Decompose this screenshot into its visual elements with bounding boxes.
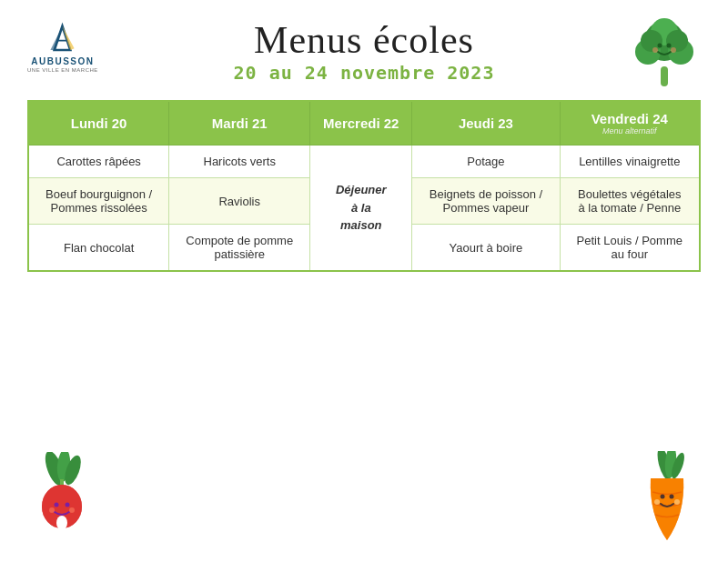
header-vendredi: Vendredi 24 Menu alternatif [560, 101, 700, 146]
header-mercredi: Mercredi 22 [310, 101, 412, 146]
cell-lundi-2: Boeuf bourguignon /Pommes rissolées [28, 178, 169, 225]
svg-point-22 [55, 503, 59, 507]
date-subtitle: 20 au 24 novembre 2023 [234, 62, 495, 84]
header-jeudi: Jeudi 23 [412, 101, 560, 146]
svg-point-24 [49, 507, 55, 513]
cell-jeudi-1: Potage [412, 146, 560, 178]
svg-point-29 [661, 495, 665, 499]
svg-point-31 [654, 499, 660, 505]
cell-lundi-3: Flan chocolat [28, 225, 169, 272]
cell-jeudi-2: Beignets de poisson /Pommes vapeur [412, 178, 560, 225]
svg-point-23 [66, 503, 70, 507]
svg-point-10 [666, 30, 688, 52]
cell-vendredi-2: Boulettes végétalesà la tomate / Penne [560, 178, 700, 225]
svg-point-25 [69, 507, 75, 513]
alt-menu-label: Menu alternatif [568, 126, 692, 135]
table-row: Carottes râpées Haricots verts Déjeunerà… [28, 146, 700, 178]
cell-mardi-2: Raviolis [169, 178, 310, 225]
table-header-row: Lundi 20 Mardi 21 Mercredi 22 Jeudi 23 V… [28, 101, 700, 146]
carrot-decoration [632, 451, 701, 553]
header: AUBUSSON UNE VILLE EN MARCHE Menus école… [27, 18, 701, 84]
radish-decoration [27, 452, 96, 544]
svg-point-12 [667, 44, 672, 48]
svg-point-11 [658, 44, 662, 48]
page: AUBUSSON UNE VILLE EN MARCHE Menus école… [0, 0, 728, 562]
cell-mercredi-dejeuner: Déjeunerà lamaison [310, 146, 412, 272]
header-mardi: Mardi 21 [169, 101, 310, 146]
logo-svg [37, 18, 87, 56]
logo-subtext: UNE VILLE EN MARCHE [27, 67, 98, 73]
menu-table: Lundi 20 Mardi 21 Mercredi 22 Jeudi 23 V… [27, 100, 701, 272]
cell-mardi-1: Haricots verts [169, 146, 310, 178]
svg-point-9 [641, 30, 662, 52]
svg-point-30 [670, 495, 674, 499]
main-title: Menus écoles [234, 18, 495, 62]
title-area: Menus écoles 20 au 24 novembre 2023 [234, 18, 495, 84]
broccoli-decoration [628, 14, 701, 101]
svg-point-32 [674, 499, 680, 505]
header-lundi: Lundi 20 [28, 101, 169, 146]
svg-point-14 [671, 47, 676, 53]
cell-vendredi-3: Petit Louis / Pommeau four [560, 225, 700, 272]
logo-area: AUBUSSON UNE VILLE EN MARCHE [27, 18, 98, 73]
cell-vendredi-1: Lentilles vinaigrette [560, 146, 700, 178]
cell-lundi-1: Carottes râpées [28, 146, 169, 178]
svg-rect-4 [661, 66, 668, 86]
svg-point-13 [652, 47, 658, 53]
cell-jeudi-3: Yaourt à boire [412, 225, 560, 272]
logo-name: AUBUSSON [31, 56, 94, 67]
cell-mardi-3: Compote de pommepatissière [169, 225, 310, 272]
